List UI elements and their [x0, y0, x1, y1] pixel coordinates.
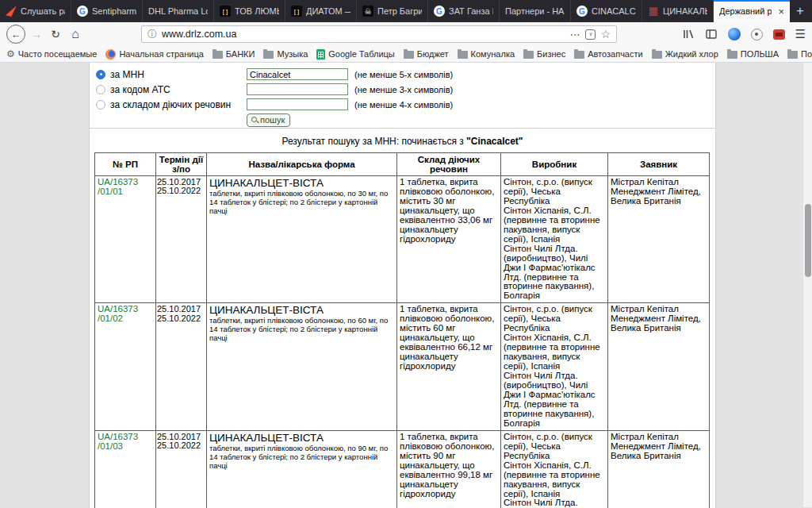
browser-tab[interactable]: Петр Багрий [357, 0, 428, 22]
bookmark-item[interactable]: Бизнес [523, 49, 565, 59]
bookmark-item[interactable]: Комуналка [458, 49, 515, 59]
composition-cell: 1 таблетка, вкрита плівковою оболонкою, … [397, 176, 501, 303]
page-actions-icon[interactable]: ⋯ [569, 29, 580, 40]
bookmark-label: Музыка [277, 49, 308, 59]
validity-dates: 25.10.2017 25.10.2022 [156, 303, 207, 430]
radio-label: за кодом АТС [110, 84, 247, 95]
page-scrollbar[interactable] [802, 63, 812, 507]
browser-tab[interactable]: DHL Pharma Logi [143, 0, 214, 22]
bookmark-icon [213, 51, 223, 59]
registration-number-link[interactable]: UA/16373 /01/02 [95, 303, 156, 430]
browser-tab[interactable]: ЗАТ Ганза Ба [428, 0, 500, 22]
reload-button[interactable]: ↻ [48, 28, 63, 40]
bookmark-label: Бизнес [537, 49, 565, 59]
browser-tab[interactable]: CINACALCET [571, 0, 642, 22]
drug-name: ЦИНАКАЛЬЦЕТ-ВІСТА [209, 178, 394, 189]
bookmark-item[interactable]: Погрузка пеллет [787, 49, 812, 59]
toolbar-right-cluster: ☰ [682, 27, 806, 41]
tab-title: Sentipharm A [92, 6, 136, 16]
radio-button[interactable] [96, 85, 105, 94]
bookmark-item[interactable]: Жидкий хлор [652, 49, 718, 59]
bookmark-label: Погрузка пеллет [801, 49, 812, 59]
bookmark-icon [105, 49, 116, 60]
new-tab-button[interactable]: + [790, 0, 810, 22]
drug-form: таблетки, вкриті плівковою оболонкою, по… [209, 190, 394, 216]
bookmark-item[interactable]: Музыка [263, 49, 308, 59]
tab-title: CINACALCET [592, 6, 636, 16]
forward-button[interactable]: → [29, 28, 44, 40]
bookmark-label: Комуналка [471, 49, 515, 59]
browser-tab[interactable]: ЦИНАКАЛЬЦ [642, 0, 714, 22]
extension-blue-icon[interactable] [728, 28, 741, 40]
bookmark-icon [458, 51, 468, 59]
bookmark-label: Начальная страница [119, 49, 203, 59]
bookmark-item[interactable]: БАНКИ [213, 49, 255, 59]
sidebar-icon[interactable] [705, 28, 718, 40]
home-button[interactable]: ⌂ [67, 27, 84, 41]
extension-bubble-icon[interactable] [751, 29, 763, 40]
drug-form: таблетки, вкриті плівковою оболонкою, по… [209, 317, 394, 343]
table-row: UA/16373 /01/03 25.10.2017 25.10.2022 ЦИ… [95, 430, 710, 508]
url-bar[interactable]: ⓘ www.drlz.com.ua ⋯ ☆ [141, 25, 617, 43]
pocket-icon[interactable] [585, 29, 596, 40]
bookmark-item[interactable]: ПОЛЬША [727, 49, 779, 59]
site-info-icon[interactable]: ⓘ [147, 28, 157, 41]
column-header: № РП [95, 153, 156, 176]
registration-number-link[interactable]: UA/16373 /01/03 [95, 430, 156, 508]
radio-label: за складом діючих речовин [110, 99, 247, 110]
bookmark-item[interactable]: Google Таблицы [316, 49, 394, 60]
browser-tab-bar: Слушать рад Sentipharm A DHL Pharma Logi… [0, 0, 812, 22]
radio-button[interactable] [96, 100, 105, 110]
registration-number-link[interactable]: UA/16373 /01/01 [95, 176, 156, 303]
column-header: Назва/лікарська форма [207, 153, 397, 176]
tab-title: ТОВ ЛЮМЬЕ [235, 6, 279, 16]
browser-tab[interactable]: ДИАТОМ — К [285, 0, 357, 22]
url-text[interactable]: www.drlz.com.ua [162, 29, 565, 40]
composition-cell: 1 таблетка, вкрита плівковою оболонкою, … [397, 303, 501, 430]
bookmark-icon [316, 49, 325, 60]
search-input[interactable] [247, 83, 348, 95]
bookmark-item[interactable]: Автозапчасти [574, 49, 643, 59]
input-hint: (не менше 4-х символів) [354, 100, 453, 110]
radio-button[interactable] [96, 70, 105, 79]
search-button-row: пошук [96, 112, 715, 128]
bookmark-item[interactable]: Бюджет [404, 49, 449, 59]
tab-favicon [576, 6, 588, 17]
tab-title: Петр Багрий [377, 6, 422, 16]
bookmark-icon [263, 51, 274, 59]
tab-favicon [220, 6, 231, 17]
applicant-cell: Містрал Кепітал Менеджмент Лімітед, Вели… [608, 303, 710, 430]
browser-tab[interactable]: Партнери - HAN [500, 0, 571, 22]
tab-favicon [434, 6, 445, 17]
bookmark-item[interactable]: Начальная страница [105, 49, 203, 60]
column-header: Заявник [608, 153, 710, 176]
drug-name: ЦИНАКАЛЬЦЕТ-ВІСТА [209, 305, 394, 316]
tab-favicon [291, 6, 302, 17]
drug-name-cell: ЦИНАКАЛЬЦЕТ-ВІСТА таблетки, вкриті плівк… [207, 430, 397, 508]
composition-cell: 1 таблетка, вкрита плівковою оболонкою, … [397, 430, 501, 508]
radio-label: за МНН [110, 69, 247, 80]
browser-tab[interactable]: ТОВ ЛЮМЬЕ [214, 0, 285, 22]
browser-tab[interactable]: Sentipharm A [71, 0, 143, 22]
extension-red-icon[interactable] [773, 29, 785, 40]
manufacturer-cell: Сінтон, с.р.о. (випуск серії), Чеська Ре… [501, 176, 608, 303]
close-icon[interactable]: × [776, 6, 784, 17]
browser-tab[interactable]: Слушать рад [0, 0, 71, 22]
column-header: Виробник [501, 153, 608, 176]
bookmark-star-icon[interactable]: ☆ [600, 28, 611, 40]
bookmark-item[interactable]: Часто посещаемые [6, 48, 97, 60]
library-icon[interactable] [682, 28, 695, 40]
hamburger-menu-icon[interactable]: ☰ [795, 27, 806, 41]
back-button[interactable]: ← [6, 25, 25, 44]
bookmark-icon [727, 51, 737, 59]
tab-title: ДИАТОМ — К [306, 6, 350, 16]
bookmark-label: БАНКИ [226, 49, 255, 59]
table-header-row: № РП Термін дії з/по Назва/лікарська фор… [95, 153, 710, 176]
browser-tab-active[interactable]: Державний р × [714, 0, 790, 22]
search-button[interactable]: пошук [247, 114, 290, 127]
search-input[interactable] [247, 68, 348, 80]
result-heading-prefix: Результат пошуку за МНН: починається з [282, 136, 466, 147]
drug-form: таблетки, вкриті плівковою оболонкою, по… [209, 444, 394, 471]
scrollbar-thumb[interactable] [805, 204, 811, 277]
search-input[interactable] [247, 98, 348, 110]
